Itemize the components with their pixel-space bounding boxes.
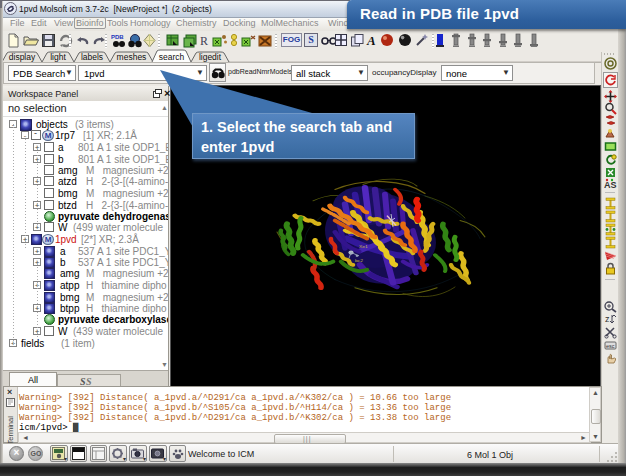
svg-text:bc2: bc2: [355, 258, 364, 262]
svg-text:light: light: [50, 52, 66, 62]
svg-text:AS: AS: [604, 180, 617, 190]
svg-text:labels: labels: [81, 52, 103, 62]
svg-text:display: display: [9, 52, 36, 62]
svg-text:esc: esc: [606, 343, 615, 349]
svg-text:meshes: meshes: [117, 52, 147, 62]
svg-text:z: z: [605, 314, 610, 324]
svg-text:R: R: [200, 34, 208, 48]
svg-text:S: S: [86, 376, 92, 386]
svg-text:Xe1: Xe1: [359, 245, 368, 249]
svg-text:PDB: PDB: [111, 34, 124, 40]
svg-text:A: A: [366, 33, 376, 47]
